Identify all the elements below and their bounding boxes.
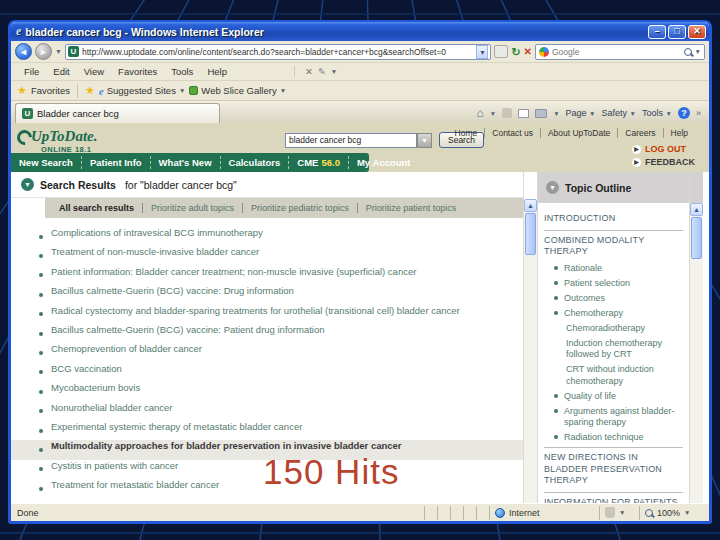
read-mail-icon[interactable]: [518, 109, 529, 118]
result-item[interactable]: Complications of intravesical BCG immuno…: [11, 227, 523, 246]
collapse-arrow-icon[interactable]: ▼: [546, 181, 559, 194]
print-icon[interactable]: [535, 109, 547, 118]
protected-mode-cell[interactable]: ▼: [599, 506, 639, 520]
feedback-link[interactable]: ▶ FEEDBACK: [632, 157, 695, 167]
outline-entry[interactable]: Patient selection: [544, 278, 683, 290]
address-dropdown-icon[interactable]: ▼: [476, 45, 488, 59]
site-top-link[interactable]: About UpToDate: [540, 128, 617, 138]
scrollbar-thumb[interactable]: [691, 217, 702, 259]
results-scrollbar[interactable]: ▲ ▼: [523, 172, 537, 503]
sidebar-scrollbar[interactable]: ▲ ▼: [689, 172, 703, 503]
site-top-link[interactable]: Careers: [617, 128, 662, 138]
menu-item[interactable]: Tools: [164, 66, 200, 77]
scrollbar-thumb[interactable]: [525, 213, 536, 255]
home-icon[interactable]: ⌂: [476, 106, 483, 120]
menu-item[interactable]: Help: [200, 66, 234, 77]
site-nav-item[interactable]: New Search: [11, 156, 82, 169]
outline-entry[interactable]: INFORMATION FOR PATIENTS: [544, 492, 683, 504]
site-search-input[interactable]: [285, 133, 417, 148]
history-dropdown-icon[interactable]: ▼: [55, 48, 62, 55]
site-nav-item[interactable]: What's New: [151, 156, 221, 169]
result-item[interactable]: Radical cystectomy and bladder-sparing t…: [11, 305, 523, 324]
close-button[interactable]: ✕: [688, 25, 706, 39]
refresh-button[interactable]: ↻: [511, 44, 520, 60]
minimize-button[interactable]: –: [648, 25, 666, 39]
scrollbar-track[interactable]: [690, 260, 703, 503]
browser-tab[interactable]: U Bladder cancer bcg: [15, 103, 220, 123]
site-nav-item[interactable]: My Account: [349, 156, 418, 169]
outline-entry[interactable]: Arguments against bladder-sparing therap…: [544, 406, 683, 429]
favorites-button[interactable]: Favorites: [31, 85, 70, 96]
uptodate-logo[interactable]: UpToDate. ONLINE 18.1: [23, 128, 98, 154]
result-item[interactable]: Treatment of non-muscle-invasive bladder…: [11, 246, 523, 265]
zoom-dropdown-icon[interactable]: ▼: [684, 509, 690, 516]
result-item[interactable]: Experimental systemic therapy of metasta…: [11, 421, 523, 440]
menu-item[interactable]: View: [77, 66, 111, 77]
chevron-down-icon[interactable]: ▼: [553, 110, 559, 117]
result-item[interactable]: Patient information: Bladder cancer trea…: [11, 266, 523, 285]
favorites-link-suggested-sites[interactable]: e Suggested Sites ▼: [99, 85, 186, 97]
outline-entry[interactable]: Chemoradiotherapy: [544, 323, 683, 335]
outline-entry[interactable]: NEW DIRECTIONS IN BLADDER PRESERVATION T…: [544, 447, 683, 490]
scroll-up-button[interactable]: ▲: [690, 203, 703, 216]
site-top-link[interactable]: Contact us: [484, 128, 540, 138]
outline-entry[interactable]: Quality of life: [544, 391, 683, 403]
site-top-link[interactable]: Home: [448, 128, 485, 138]
menu-item[interactable]: Favorites: [111, 66, 164, 77]
chevron-down-icon[interactable]: ▼: [490, 110, 496, 117]
site-nav-item[interactable]: CME 56.0: [289, 156, 349, 169]
search-box[interactable]: Google ▼: [535, 44, 705, 60]
search-magnifier-icon[interactable]: [684, 48, 692, 56]
addon-x-icon[interactable]: ✕: [305, 66, 313, 77]
outline-entry[interactable]: Induction chemotherapy followed by CRT: [544, 338, 683, 361]
address-field[interactable]: U ▼: [65, 44, 491, 60]
scrollbar-track[interactable]: [524, 256, 537, 503]
forward-button[interactable]: ►: [35, 43, 52, 60]
help-icon[interactable]: ?: [678, 107, 690, 119]
outline-entry[interactable]: Rationale: [544, 263, 683, 275]
results-filter-tab[interactable]: Prioritize adult topics: [142, 203, 242, 213]
zoom-cell[interactable]: 100% ▼: [639, 506, 709, 520]
results-filter-tab[interactable]: Prioritize pediatric topics: [242, 203, 357, 213]
back-button[interactable]: ◄: [15, 43, 32, 60]
scroll-up-button[interactable]: ▲: [524, 199, 537, 212]
address-input[interactable]: [82, 47, 476, 57]
result-item[interactable]: Nonurothelial bladder cancer: [11, 402, 523, 421]
outline-entry[interactable]: Outcomes: [544, 293, 683, 305]
menu-item[interactable]: File: [17, 66, 46, 77]
outline-entry[interactable]: Radiation technique: [544, 432, 683, 444]
addon-pen-icon[interactable]: ✎: [318, 66, 326, 77]
restore-button[interactable]: □: [668, 25, 686, 39]
feed-icon[interactable]: [502, 108, 512, 118]
stop-button[interactable]: ✕: [524, 44, 532, 60]
add-favorite-icon[interactable]: ★: [85, 84, 95, 97]
tools-menu[interactable]: Tools ▼: [642, 108, 672, 118]
page-menu[interactable]: Page ▼: [566, 108, 596, 118]
results-filter-tab[interactable]: Prioritize patient topics: [357, 203, 465, 213]
site-nav-item[interactable]: Patient Info: [82, 156, 151, 169]
title-bar[interactable]: e bladder cancer bcg - Windows Internet …: [11, 22, 709, 41]
site-nav-item[interactable]: Calculators: [221, 156, 290, 169]
results-filter-tab[interactable]: All search results: [51, 203, 142, 213]
result-item[interactable]: Bacillus calmette-Guerin (BCG) vaccine: …: [11, 324, 523, 343]
outline-entry[interactable]: CRT without induction chemotherapy: [544, 364, 683, 387]
result-item[interactable]: Bacillus calmette-Guerin (BCG) vaccine: …: [11, 285, 523, 304]
safety-menu[interactable]: Safety ▼: [602, 108, 636, 118]
outline-entry[interactable]: COMBINED MODALITY THERAPY: [544, 230, 683, 261]
result-item[interactable]: BCG vaccination: [11, 363, 523, 382]
search-options-icon[interactable]: ▼: [695, 48, 701, 55]
overflow-chevron-icon[interactable]: »: [696, 108, 701, 118]
logout-link[interactable]: ▶ LOG OUT: [632, 144, 695, 154]
result-item[interactable]: Mycobacterium bovis: [11, 382, 523, 401]
tab-strip: U Bladder cancer bcg ⌂ ▼ ▼ Page ▼ Safety…: [11, 101, 709, 123]
result-item[interactable]: Chemoprevention of bladder cancer: [11, 343, 523, 362]
favorites-link-webslice-gallery[interactable]: Web Slice Gallery ▼: [189, 85, 286, 96]
site-search-dropdown-icon[interactable]: ▼: [417, 133, 432, 148]
collapse-arrow-icon[interactable]: ▼: [21, 178, 34, 191]
menu-item[interactable]: Edit: [46, 66, 76, 77]
outline-entry[interactable]: INTRODUCTION: [544, 209, 683, 228]
site-top-link[interactable]: Help: [663, 128, 695, 138]
addon-dropdown-icon[interactable]: ▼: [331, 68, 337, 75]
compatibility-view-icon[interactable]: [494, 45, 508, 58]
outline-entry[interactable]: Chemotherapy: [544, 308, 683, 320]
